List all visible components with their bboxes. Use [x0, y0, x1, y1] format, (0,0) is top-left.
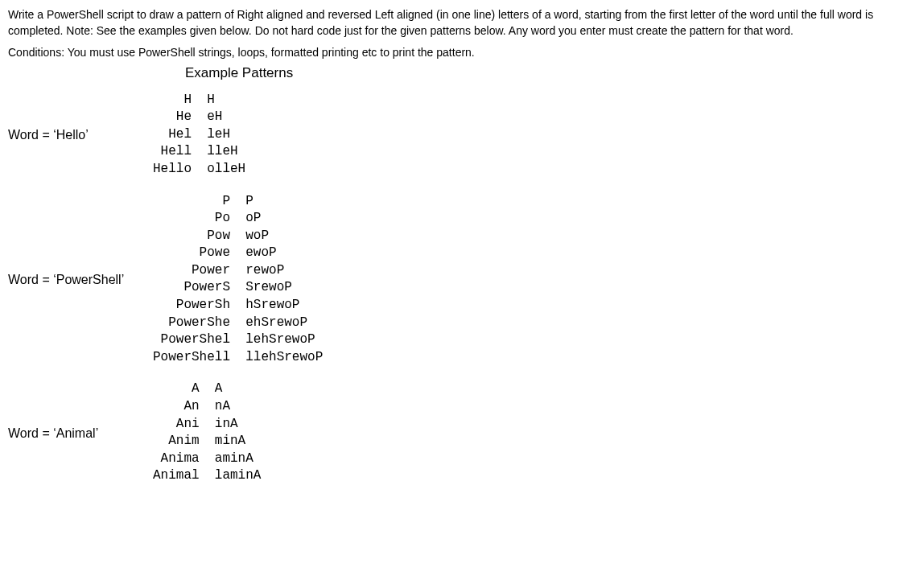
pattern-output: H H He eH Hel leH Hell lleH Hello olleH	[153, 92, 245, 179]
pattern-output: P P Po oP Pow woP Powe ewoP Power rewoP …	[153, 193, 323, 367]
word-label: Word = ‘Animal’	[8, 424, 153, 442]
conditions-text: Conditions: You must use PowerShell stri…	[8, 44, 907, 60]
example-block: Word = ‘Hello’ H H He eH Hel leH Hell ll…	[8, 92, 907, 179]
word-label: Word = ‘Hello’	[8, 125, 153, 144]
problem-statement: Write a PowerShell script to draw a patt…	[8, 6, 907, 39]
word-label: Word = ‘PowerShell’	[8, 270, 153, 289]
example-heading: Example Patterns	[185, 64, 907, 84]
pattern-output: A A An nA Ani inA Anim minA Anima aminA …	[153, 380, 261, 485]
example-block: Word = ‘Animal’ A A An nA Ani inA Anim m…	[8, 380, 907, 485]
example-block: Word = ‘PowerShell’ P P Po oP Pow woP Po…	[8, 193, 907, 367]
